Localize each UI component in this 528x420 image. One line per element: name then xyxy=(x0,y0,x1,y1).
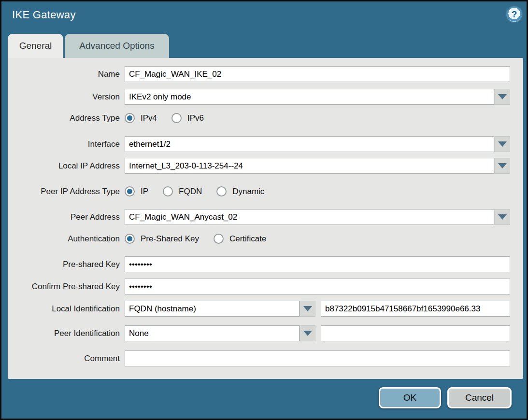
tab-bar: General Advanced Options xyxy=(8,34,169,58)
peer-ip-type-dynamic-option[interactable]: Dynamic xyxy=(216,186,264,196)
local-identification-row: Local Identification xyxy=(8,301,510,317)
ike-gateway-dialog: IKE Gateway ? General Advanced Options N… xyxy=(0,0,528,420)
local-ip-address-label: Local IP Address xyxy=(8,161,125,171)
auth-pre-shared-key-option[interactable]: Pre-Shared Key xyxy=(125,234,199,244)
local-ip-address-select-value[interactable] xyxy=(125,158,494,174)
name-row: Name xyxy=(8,66,510,82)
radio-fqdn[interactable] xyxy=(163,186,173,196)
tab-advanced-options[interactable]: Advanced Options xyxy=(65,34,169,58)
peer-identification-type-select[interactable] xyxy=(125,325,300,341)
radio-ipv6-label: IPv6 xyxy=(187,113,204,123)
version-label: Version xyxy=(8,92,125,102)
address-type-ipv6-option[interactable]: IPv6 xyxy=(171,113,204,123)
pre-shared-key-label: Pre-shared Key xyxy=(8,260,125,269)
pre-shared-key-input[interactable] xyxy=(125,256,510,272)
radio-ipv6[interactable] xyxy=(171,113,182,123)
radio-fqdn-label: FQDN xyxy=(179,187,202,196)
peer-ip-address-type-row: Peer IP Address Type IP FQDN Dynamic xyxy=(8,183,279,199)
local-identification-dropdown-button[interactable] xyxy=(300,301,315,317)
local-identification-type-select[interactable] xyxy=(125,301,300,317)
radio-ipv4-label: IPv4 xyxy=(141,113,157,123)
name-input[interactable] xyxy=(125,66,510,82)
comment-input[interactable] xyxy=(125,350,510,366)
radio-ip-label: IP xyxy=(141,187,148,196)
peer-identification-label: Peer Identification xyxy=(8,329,125,338)
radio-certificate-label: Certificate xyxy=(229,234,267,244)
peer-identification-value-input[interactable] xyxy=(321,325,510,341)
address-type-label: Address Type xyxy=(8,113,125,123)
radio-dynamic[interactable] xyxy=(216,186,227,196)
help-icon[interactable]: ? xyxy=(507,7,522,22)
chevron-down-icon xyxy=(303,306,312,311)
comment-row: Comment xyxy=(8,350,510,366)
authentication-row: Authentication Pre-Shared Key Certificat… xyxy=(8,231,281,247)
auth-certificate-option[interactable]: Certificate xyxy=(214,234,267,244)
chevron-down-icon xyxy=(498,163,507,168)
comment-label: Comment xyxy=(8,354,125,364)
local-identification-value-input[interactable] xyxy=(321,301,510,317)
peer-address-dropdown-button[interactable] xyxy=(494,209,510,225)
peer-ip-type-ip-option[interactable]: IP xyxy=(125,186,148,196)
confirm-pre-shared-key-input[interactable] xyxy=(125,279,510,294)
local-identification-label: Local Identification xyxy=(8,304,125,314)
interface-row: Interface xyxy=(8,136,510,152)
radio-pre-shared-key-label: Pre-Shared Key xyxy=(141,234,199,244)
interface-dropdown-button[interactable] xyxy=(494,136,510,152)
chevron-down-icon xyxy=(498,214,507,220)
interface-label: Interface xyxy=(8,140,125,149)
local-ip-address-dropdown-button[interactable] xyxy=(494,158,510,174)
authentication-label: Authentication xyxy=(8,234,125,244)
address-type-row: Address Type IPv4 IPv6 xyxy=(8,110,218,126)
local-ip-address-row: Local IP Address xyxy=(8,158,510,174)
chevron-down-icon xyxy=(303,331,312,336)
version-row: Version xyxy=(8,89,510,105)
tab-general[interactable]: General xyxy=(8,34,63,58)
address-type-ipv4-option[interactable]: IPv4 xyxy=(125,113,157,123)
radio-certificate[interactable] xyxy=(214,234,224,244)
cancel-button[interactable]: Cancel xyxy=(447,387,512,408)
dialog-title: IKE Gateway xyxy=(12,9,76,21)
chevron-down-icon xyxy=(498,94,507,99)
peer-identification-row: Peer Identification xyxy=(8,325,510,341)
peer-address-select-value[interactable] xyxy=(125,209,494,225)
peer-ip-type-fqdn-option[interactable]: FQDN xyxy=(163,186,202,196)
radio-dynamic-label: Dynamic xyxy=(232,187,264,196)
peer-identification-dropdown-button[interactable] xyxy=(300,325,315,341)
confirm-pre-shared-key-row: Confirm Pre-shared Key xyxy=(8,279,510,294)
peer-address-label: Peer Address xyxy=(8,212,125,222)
ok-button[interactable]: OK xyxy=(379,387,441,408)
pre-shared-key-row: Pre-shared Key xyxy=(8,256,510,272)
version-dropdown-button[interactable] xyxy=(494,89,510,105)
peer-address-row: Peer Address xyxy=(8,209,510,225)
radio-pre-shared-key[interactable] xyxy=(125,234,135,244)
version-select-value[interactable] xyxy=(125,89,494,105)
name-label: Name xyxy=(8,70,125,79)
radio-ip[interactable] xyxy=(125,186,135,196)
peer-ip-address-type-label: Peer IP Address Type xyxy=(8,187,125,196)
radio-ipv4[interactable] xyxy=(125,113,135,123)
interface-select-value[interactable] xyxy=(125,136,494,152)
confirm-pre-shared-key-label: Confirm Pre-shared Key xyxy=(8,282,125,292)
chevron-down-icon xyxy=(498,141,507,147)
general-tab-panel: Name Version Address Type IPv4 xyxy=(8,58,523,379)
